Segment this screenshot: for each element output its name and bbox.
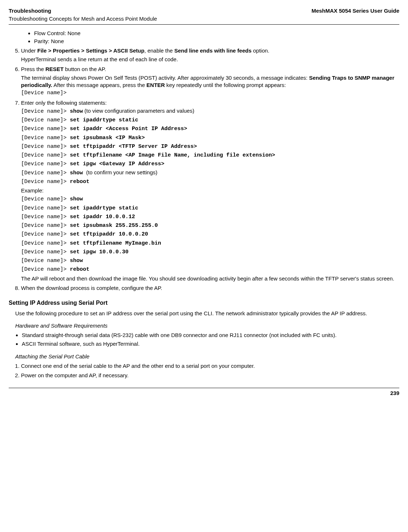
cli-line: [Device name]> set ipaddr 10.0.0.12 — [21, 213, 399, 221]
hw-req-cable: Standard straight-through serial data (R… — [22, 332, 399, 339]
section-setting-ip-para: Use the following procedure to set an IP… — [15, 310, 399, 317]
cli-prompt: [Device name]> — [21, 223, 70, 229]
cli-line: [Device name]> show (to confirm your new… — [21, 169, 399, 177]
cli-prompt: [Device name]> — [21, 170, 70, 176]
step6-post: button on the AP. — [64, 66, 106, 72]
step-7: Enter only the following statements: [De… — [21, 99, 399, 282]
cli-cmd: set ipgw 10.0.0.30 — [70, 249, 129, 255]
cli-cmd: set ipaddr <Access Point IP Address> — [70, 126, 187, 132]
step6-reset: RESET — [46, 66, 64, 72]
step7-example-block: [Device name]> show [Device name]> set i… — [21, 195, 399, 273]
header-left-sub: Troubleshooting Concepts for Mesh and Ac… — [9, 15, 399, 22]
step7-cli-block: [Device name]> show (to view configurati… — [21, 107, 399, 186]
step5-line2: HyperTerminal sends a line return at the… — [21, 56, 399, 63]
step6-boldenter: ENTER — [147, 82, 165, 88]
cli-cmd: set ipaddr 10.0.0.12 — [70, 214, 135, 220]
cli-prompt: [Device name]> — [21, 196, 70, 202]
step5-pre: Under — [21, 47, 37, 54]
cli-cmd: reboot — [70, 266, 89, 273]
cli-prompt: [Device name]> — [21, 161, 70, 167]
section-hw-title: Hardware and Software Requirements — [15, 322, 399, 329]
step5-path: File > Properties > Settings > ASCII Set… — [37, 47, 144, 54]
header-rule — [9, 24, 399, 25]
attach-steps: Connect one end of the serial cable to t… — [15, 362, 399, 379]
cli-line: [Device name]> set ipaddrtype static — [21, 116, 399, 124]
cli-line: [Device name]> set tftpipaddr 10.0.0.20 — [21, 230, 399, 238]
step5-mid: , enable the — [144, 47, 174, 54]
cli-cmd: set ipsubmask 255.255.255.0 — [70, 223, 158, 229]
cli-prompt: [Device name]> — [21, 126, 70, 132]
attach-step-1: Connect one end of the serial cable to t… — [21, 362, 399, 370]
step-5: Under File > Properties > Settings > ASC… — [21, 47, 399, 63]
hw-req-list: Standard straight-through serial data (R… — [22, 332, 399, 348]
cli-prompt: [Device name]> — [21, 231, 70, 237]
cli-cmd: set ipsubmask <IP Mask> — [70, 135, 145, 141]
step6-line2a: The terminal display shows Power On Self… — [21, 75, 309, 81]
step5-opt: Send line ends with line feeds — [174, 47, 251, 54]
cli-line: [Device name]> set ipgw <Gateway IP Addr… — [21, 160, 399, 168]
cli-line: [Device name]> reboot — [21, 265, 399, 273]
cli-cmd: show — [70, 108, 83, 115]
top-bullet-list: Flow Control: None Parity: None — [34, 30, 399, 45]
step-8: When the download process is complete, c… — [21, 284, 399, 292]
cli-prompt: [Device name]> — [21, 152, 70, 158]
cli-line: [Device name]> show (to view configurati… — [21, 107, 399, 115]
page-number: 239 — [9, 390, 399, 397]
cli-cmd: show — [70, 258, 83, 264]
cli-prompt: [Device name]> — [21, 249, 70, 255]
step6-line2c: key repeatedly until the following promp… — [165, 82, 286, 88]
cli-cmd: show — [70, 170, 86, 176]
cli-line: [Device name]> set tftpfilename <AP Imag… — [21, 151, 399, 159]
attach-step-2: Power on the computer and AP, if necessa… — [21, 372, 399, 379]
cli-line: [Device name]> set ipgw 10.0.0.30 — [21, 248, 399, 256]
cli-line: [Device name]> set ipaddrtype static — [21, 204, 399, 212]
cli-prompt: [Device name]> — [21, 108, 70, 115]
footer-rule — [9, 388, 399, 388]
header-left: Troubleshooting — [9, 7, 51, 14]
cli-line: [Device name]> set tftpipaddr <TFTP Serv… — [21, 142, 399, 150]
example-label: Example: — [21, 187, 399, 194]
cli-prompt: [Device name]> — [21, 205, 70, 211]
cli-line: [Device name]> set tftpfilename MyImage.… — [21, 239, 399, 247]
cli-prompt: [Device name]> — [21, 266, 70, 273]
cli-cmd: set tftpfilename <AP Image File Name, in… — [70, 152, 275, 158]
cli-line: [Device name]> set ipsubmask <IP Mask> — [21, 134, 399, 142]
step6-pre: Press the — [21, 66, 46, 72]
cli-prompt: [Device name]> — [21, 214, 70, 220]
cli-line: [Device name]> set ipsubmask 255.255.255… — [21, 221, 399, 229]
cli-cmd: set tftpipaddr <TFTP Server IP Address> — [70, 144, 197, 150]
cli-cmd: set tftpipaddr 10.0.0.20 — [70, 231, 148, 237]
step6-line2: The terminal display shows Power On Self… — [21, 74, 399, 89]
section-attach-title: Attaching the Serial Port Cable — [15, 353, 399, 360]
step-6: Press the RESET button on the AP. The te… — [21, 66, 399, 97]
step6-prompt: [Device name]> — [21, 90, 399, 97]
cli-cmd: set tftpfilename MyImage.bin — [70, 240, 161, 246]
cli-prompt: [Device name]> — [21, 117, 70, 123]
cli-line: [Device name]> show — [21, 257, 399, 265]
cli-line: [Device name]> show — [21, 195, 399, 203]
cli-prompt: [Device name]> — [21, 144, 70, 150]
cli-cmd: set ipaddrtype static — [70, 117, 138, 123]
step5-post: option. — [252, 47, 269, 54]
step7-intro: Enter only the following statements: — [21, 100, 107, 106]
cli-prompt: [Device name]> — [21, 179, 70, 185]
cli-line: [Device name]> set ipaddr <Access Point … — [21, 125, 399, 133]
cli-cmd: set ipgw <Gateway IP Address> — [70, 161, 164, 167]
cli-prompt: [Device name]> — [21, 135, 70, 141]
cli-trail: (to view configuration parameters and va… — [83, 108, 194, 114]
header-right-title: MeshMAX 5054 Series User Guide — [311, 7, 399, 14]
cli-cmd: reboot — [70, 179, 89, 185]
cli-line: [Device name]> reboot — [21, 178, 399, 186]
page-header: Troubleshooting MeshMAX 5054 Series User… — [9, 7, 399, 14]
cli-trail: (to confirm your new settings) — [86, 169, 157, 175]
main-steps: Under File > Properties > Settings > ASC… — [15, 47, 399, 292]
cli-cmd: show — [70, 196, 83, 202]
cli-prompt: [Device name]> — [21, 258, 70, 264]
step7-after: The AP will reboot and then download the… — [21, 275, 399, 282]
cli-prompt: [Device name]> — [21, 240, 70, 246]
step6-line2b: After this message appears, press the — [52, 82, 146, 88]
section-setting-ip-title: Setting IP Address using Serial Port — [9, 299, 399, 307]
cli-cmd: set ipaddrtype static — [70, 205, 138, 211]
hw-req-ascii: ASCII Terminal software, such as HyperTe… — [22, 340, 399, 348]
bullet-parity: Parity: None — [34, 38, 399, 45]
